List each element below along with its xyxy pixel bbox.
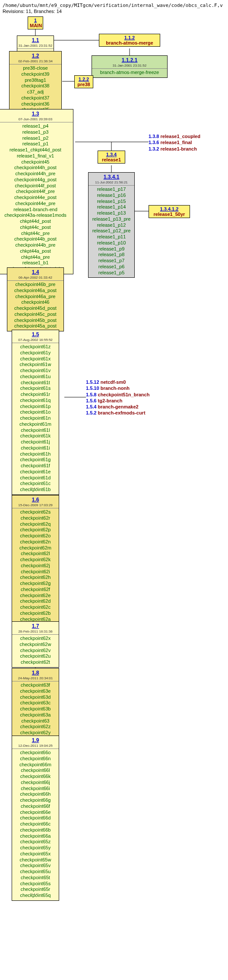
- date: 24-May-2011 20:34:01: [12, 676, 59, 681]
- tags: pre38-closecheckpoint39pre38tag1checkpoi…: [11, 65, 60, 113]
- rev: 1.3.4.1.2: [151, 206, 188, 212]
- date: 31-Jan-2001 23:31:52: [92, 64, 167, 69]
- node-1-7[interactable]: 1.7 28-Feb-2011 16:31:36 checkpoint62xch…: [12, 621, 59, 668]
- meta-line: Revisions: 11, Branches: 14: [3, 9, 228, 14]
- node-1-3-4-1[interactable]: 1.3.4.1 11-Jul-2002 21:56:21 release1_p1…: [88, 172, 135, 278]
- tag: branch-atmos-merge: [101, 40, 158, 45]
- tag: branch-atmos-merge-freeze: [94, 70, 165, 76]
- tags: checkpoint62xcheckpoint62wcheckpoint62vc…: [14, 636, 57, 665]
- node-1-3[interactable]: 1.3 07-Jun-2001 20:39:03 release1_p4rele…: [0, 109, 73, 274]
- rev: 1.2.2: [76, 77, 91, 82]
- tag: release1: [100, 157, 123, 162]
- node-1-9[interactable]: 1.9 12-Dec-2011 19:04:25 checkpoint66och…: [12, 736, 59, 901]
- tags: release1_p17release1_p16release1_p15rele…: [90, 186, 133, 276]
- node-1-1-2-1[interactable]: 1.1.2.1 31-Jan-2001 23:31:52 branch-atmo…: [92, 55, 168, 78]
- rev: 1.9: [14, 737, 57, 744]
- date: 07-Aug-2002 16:55:52: [12, 338, 59, 343]
- date: 28-Feb-2011 16:31:36: [12, 630, 59, 635]
- rev: 1.3.4: [100, 152, 123, 157]
- node-1-2[interactable]: 1.2 02-Feb-2001 21:36:34 pre38-closechec…: [9, 51, 62, 115]
- rev: 1.1.2: [101, 35, 158, 40]
- node-main[interactable]: 1 MAIN: [28, 16, 43, 29]
- main-tag: MAIN: [30, 23, 41, 28]
- rev: 1.8: [14, 670, 57, 676]
- node-1-3-4[interactable]: 1.3.4 release1: [98, 151, 125, 164]
- date: 07-Jun-2001 20:39:03: [0, 117, 73, 122]
- rev: 1.1.2.1: [94, 57, 165, 64]
- branches-1-5: 1.5.12 netcdf-sm01.5.10 branch-nonh1.5.8…: [86, 379, 149, 416]
- tags: checkpoint63fcheckpoint63echeckpoint63dc…: [14, 682, 57, 736]
- rev: 1.3.4.1: [90, 174, 133, 180]
- tags: checkpoint66ocheckpoint66ncheckpoint66mc…: [14, 750, 57, 899]
- ellipsis-icon: ...: [31, 889, 39, 896]
- date: 15-Dec-2009 17:03:29: [12, 503, 59, 508]
- revision-graph: 1 MAIN 1.1 31-Jan-2001 23:31:52 1.1.2 br…: [2, 16, 226, 977]
- rev: 1.2: [11, 53, 60, 59]
- node-1-8[interactable]: 1.8 24-May-2011 20:34:01 checkpoint63fch…: [12, 668, 59, 738]
- date: 02-Feb-2001 21:36:34: [10, 59, 61, 64]
- rev: 1.7: [14, 623, 57, 630]
- file-path: /home/ubuntu/mnt/e9_copy/MITgcm/verifica…: [3, 3, 228, 8]
- tag: pre38: [76, 82, 91, 87]
- node-1-6[interactable]: 1.6 15-Dec-2009 17:03:29 checkpoint62sch…: [12, 495, 59, 630]
- node-1-5[interactable]: 1.5 07-Aug-2002 16:55:52 checkpoint61zch…: [12, 330, 59, 495]
- node-1-3-4-1-2[interactable]: 1.3.4.1.2 release1_50yr: [149, 205, 190, 218]
- tags: release1_p4release1_p3release1_p2release…: [0, 123, 71, 272]
- tag: release1_50yr: [151, 212, 188, 217]
- node-1-1[interactable]: 1.1 31-Jan-2001 23:31:52: [17, 35, 54, 52]
- rev: 1.6: [14, 497, 57, 503]
- tags: checkpoint61zcheckpoint61ycheckpoint61xc…: [14, 344, 57, 493]
- main-rev: 1: [30, 18, 41, 23]
- rev: 1.1: [19, 37, 52, 44]
- ellipsis-icon: ...: [31, 483, 39, 490]
- branches-1-3: 1.3.8 release1_coupled1.3.6 release1_fin…: [149, 133, 200, 152]
- date: 31-Jan-2001 23:31:52: [17, 44, 54, 49]
- rev: 1.3: [0, 111, 71, 117]
- date: 11-Jul-2002 21:56:21: [89, 180, 134, 186]
- date: 12-Dec-2011 19:04:25: [12, 744, 59, 749]
- tags: checkpoint62scheckpoint62rcheckpoint62qc…: [14, 509, 57, 628]
- node-1-2-2[interactable]: 1.2.2 pre38: [74, 75, 93, 88]
- rev: 1.4: [9, 269, 62, 276]
- rev: 1.5: [14, 331, 57, 338]
- node-1-4[interactable]: 1.4 06-Apr-2002 01:33:42 checkpoint46b_p…: [7, 267, 64, 331]
- tags: checkpoint46b_precheckpoint46a_postcheck…: [9, 282, 62, 329]
- date: 06-Apr-2002 01:33:42: [7, 276, 63, 281]
- node-1-1-2[interactable]: 1.1.2 branch-atmos-merge: [99, 34, 160, 47]
